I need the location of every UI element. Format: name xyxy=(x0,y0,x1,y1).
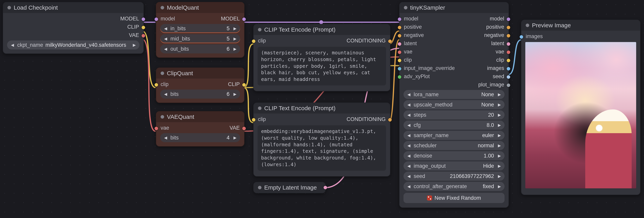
lora-name-widget[interactable]: ◀ lora_name None ▶ xyxy=(404,90,504,99)
node-preview-image[interactable]: Preview Image images xyxy=(521,20,640,195)
arrow-left-icon[interactable]: ◀ xyxy=(406,174,412,178)
dice-icon xyxy=(427,195,432,200)
bits-widget[interactable]: ◀ bits 6 ▶ xyxy=(160,89,240,98)
node-clip-quant[interactable]: ClipQuant clip CLIP ◀ bits 6 ▶ xyxy=(156,68,244,103)
port-out-model[interactable] xyxy=(142,18,145,21)
arrow-right-icon[interactable]: ▶ xyxy=(496,143,502,148)
cfg-widget[interactable]: ◀ cfg 8.0 ▶ xyxy=(404,121,504,130)
prompt-text-input[interactable]: embedding:verybadimagenegative_v1.3.pt, … xyxy=(258,125,386,171)
node-vae-quant[interactable]: VAEQuant vae VAE ◀ bits 4 ▶ xyxy=(156,111,244,147)
port-in-image-override[interactable] xyxy=(398,67,401,70)
output-label: seed xyxy=(492,73,504,79)
node-title: CLIP Text Encode (Prompt) xyxy=(264,105,336,112)
port-out-latent[interactable] xyxy=(507,42,510,46)
arrow-left-icon[interactable]: ◀ xyxy=(406,92,412,97)
port-in-model[interactable] xyxy=(398,18,401,21)
arrow-left-icon[interactable]: ◀ xyxy=(406,164,412,168)
arrow-left-icon[interactable]: ◀ xyxy=(406,184,412,189)
port-in-latent[interactable] xyxy=(398,42,401,46)
arrow-right-icon[interactable]: ▶ xyxy=(232,36,238,41)
out-bits-widget[interactable]: ◀ out_bits 6 ▶ xyxy=(160,44,240,53)
port-in-clip[interactable] xyxy=(398,59,401,62)
port-out-model[interactable] xyxy=(507,18,510,21)
port-in-vae[interactable] xyxy=(398,50,401,54)
arrow-left-icon[interactable]: ◀ xyxy=(406,123,412,128)
node-clip-text-encode-positive[interactable]: CLIP Text Encode (Prompt) clip CONDITION… xyxy=(253,24,390,91)
node-model-quant[interactable]: ModelQuant model MODEL ◀ in_bits 5 ▶ xyxy=(156,2,244,58)
port-out-images[interactable] xyxy=(507,67,510,70)
node-load-checkpoint[interactable]: Load Checkpoint MODEL CLIP VAE xyxy=(3,2,144,54)
port-out-vae[interactable] xyxy=(507,50,510,54)
node-empty-latent-image[interactable]: Empty Latent Image xyxy=(253,182,326,193)
arrow-right-icon[interactable]: ▶ xyxy=(232,26,238,31)
arrow-right-icon[interactable]: ▶ xyxy=(496,102,502,107)
arrow-right-icon[interactable]: ▶ xyxy=(496,174,502,178)
denoise-widget[interactable]: ◀ denoise 1.00 ▶ xyxy=(404,151,504,160)
ckpt-name-value: milkyWonderland_v40.safetensors xyxy=(45,42,131,48)
preview-image[interactable] xyxy=(525,42,636,188)
port-out-clip[interactable] xyxy=(142,26,145,29)
steps-widget[interactable]: ◀ steps 20 ▶ xyxy=(404,110,504,120)
arrow-left-icon[interactable]: ◀ xyxy=(406,143,412,148)
arrow-right-icon[interactable]: ▶ xyxy=(496,153,502,158)
collapse-dot-icon xyxy=(258,106,262,110)
port-out-clip[interactable] xyxy=(242,83,246,87)
arrow-left-icon[interactable]: ◀ xyxy=(162,36,169,41)
scheduler-widget[interactable]: ◀ scheduler normal ▶ xyxy=(404,141,504,150)
collapse-dot-icon xyxy=(258,186,262,189)
upscale-method-widget[interactable]: ◀ upscale_method None ▶ xyxy=(404,100,504,109)
port-out-clip[interactable] xyxy=(507,59,510,62)
port-in-clip[interactable] xyxy=(154,83,158,87)
arrow-right-icon[interactable]: ▶ xyxy=(496,123,502,128)
port-in-clip[interactable] xyxy=(252,118,256,122)
seed-widget[interactable]: ◀ seed 210663977227962 ▶ xyxy=(404,172,504,181)
arrow-left-icon[interactable]: ◀ xyxy=(162,26,169,31)
arrow-left-icon[interactable]: ◀ xyxy=(162,47,169,51)
bits-widget[interactable]: ◀ bits 4 ▶ xyxy=(160,133,240,142)
node-clip-text-encode-negative[interactable]: CLIP Text Encode (Prompt) clip CONDITION… xyxy=(253,102,390,177)
arrow-right-icon[interactable]: ▶ xyxy=(131,43,138,47)
control-after-generate-widget[interactable]: ◀ control_after_generate fixed ▶ xyxy=(404,182,504,191)
node-tiny-ksampler[interactable]: tinyKSampler model model positive positi… xyxy=(399,2,509,208)
port-out-model[interactable] xyxy=(242,18,246,21)
image-output-widget[interactable]: ◀ image_output Hide ▶ xyxy=(404,161,504,170)
arrow-right-icon[interactable]: ▶ xyxy=(496,133,502,138)
arrow-left-icon[interactable]: ◀ xyxy=(406,133,412,138)
port-out-negative[interactable] xyxy=(507,34,510,38)
arrow-right-icon[interactable]: ▶ xyxy=(232,47,238,51)
port-in-clip[interactable] xyxy=(252,40,256,43)
port-out-latent[interactable] xyxy=(324,186,327,189)
port-in-images[interactable] xyxy=(520,35,523,39)
port-out-seed[interactable] xyxy=(507,75,510,79)
port-in-model[interactable] xyxy=(154,18,158,21)
arrow-right-icon[interactable]: ▶ xyxy=(496,92,502,97)
port-out-plot-image[interactable] xyxy=(507,83,510,87)
new-fixed-random-button[interactable]: New Fixed Random xyxy=(404,193,504,203)
port-in-vae[interactable] xyxy=(154,127,158,130)
arrow-left-icon[interactable]: ◀ xyxy=(162,92,169,96)
in-bits-widget[interactable]: ◀ in_bits 5 ▶ xyxy=(160,24,240,33)
port-in-adv-xyplot[interactable] xyxy=(398,75,401,79)
mid-bits-widget[interactable]: ◀ mid_bits 5 ▶ xyxy=(160,34,240,43)
arrow-left-icon[interactable]: ◀ xyxy=(406,102,412,107)
port-out-conditioning[interactable] xyxy=(388,118,392,122)
sampler-name-widget[interactable]: ◀ sampler_name euler ▶ xyxy=(404,131,504,140)
port-out-vae[interactable] xyxy=(242,127,246,130)
arrow-left-icon[interactable]: ◀ xyxy=(406,113,412,117)
port-in-negative[interactable] xyxy=(398,34,401,38)
arrow-left-icon[interactable]: ◀ xyxy=(9,43,16,47)
arrow-left-icon[interactable]: ◀ xyxy=(406,153,412,158)
arrow-right-icon[interactable]: ▶ xyxy=(232,135,238,140)
prompt-text-input[interactable]: (masterpiece), scenery, mountainous hori… xyxy=(258,47,386,85)
arrow-left-icon[interactable]: ◀ xyxy=(162,135,169,140)
arrow-right-icon[interactable]: ▶ xyxy=(496,184,502,189)
ckpt-name-widget[interactable]: ◀ ckpt_name milkyWonderland_v40.safetens… xyxy=(7,40,140,50)
port-out-vae[interactable] xyxy=(142,34,145,38)
port-out-positive[interactable] xyxy=(507,26,510,29)
arrow-right-icon[interactable]: ▶ xyxy=(232,92,238,96)
arrow-right-icon[interactable]: ▶ xyxy=(496,113,502,117)
port-in-positive[interactable] xyxy=(398,26,401,29)
port-out-conditioning[interactable] xyxy=(388,40,392,43)
param-value: 4 xyxy=(180,135,232,141)
arrow-right-icon[interactable]: ▶ xyxy=(496,164,502,168)
